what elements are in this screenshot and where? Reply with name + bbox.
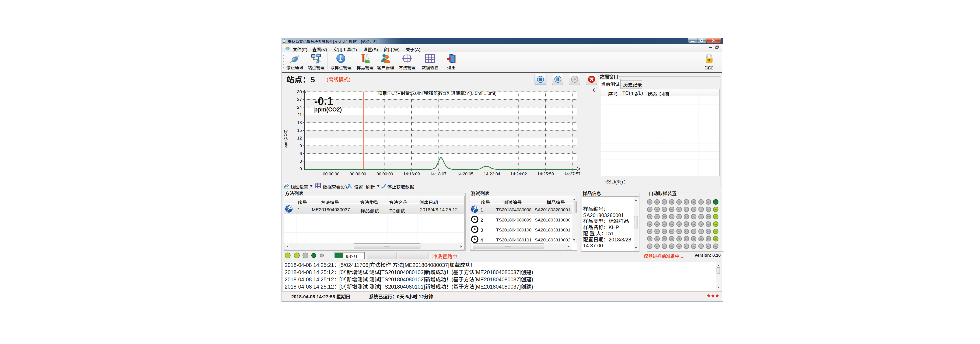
svg-text:0: 0 <box>299 166 302 171</box>
svg-text:C5: C5 <box>700 230 702 232</box>
svg-text:A1: A1 <box>714 201 717 203</box>
svg-text:I3: I3 <box>656 216 658 218</box>
svg-text:项目:TC 注射量:5.0ml 稀释倍数:1X 进酸氧:Y: 项目:TC 注射量:5.0ml 稀释倍数:1X 进酸氧:Y(0.0ml 1.0m… <box>378 91 496 96</box>
svg-text:J4: J4 <box>649 223 651 225</box>
svg-text:A2: A2 <box>714 208 717 210</box>
svg-text:F1: F1 <box>678 201 680 203</box>
svg-text:14:16:09: 14:16:09 <box>403 171 420 176</box>
svg-text:C3: C3 <box>700 216 702 218</box>
svg-text:14:24:02: 14:24:02 <box>511 171 527 176</box>
svg-text:18: 18 <box>297 120 302 125</box>
svg-text:I6: I6 <box>656 238 658 240</box>
svg-text:H4: H4 <box>663 223 666 225</box>
svg-text:H5: H5 <box>663 230 666 232</box>
svg-text:A5: A5 <box>714 230 717 232</box>
svg-text:D6: D6 <box>692 238 695 240</box>
svg-text:B4: B4 <box>707 223 710 225</box>
svg-text:G2: G2 <box>670 208 673 210</box>
svg-text:12: 12 <box>297 136 302 140</box>
svg-text:I4: I4 <box>656 223 658 225</box>
svg-text:I1: I1 <box>656 201 658 203</box>
svg-text:C1: C1 <box>700 201 702 203</box>
svg-text:14:25:59: 14:25:59 <box>537 171 554 176</box>
svg-text:A7: A7 <box>714 245 717 247</box>
svg-text:B3: B3 <box>707 216 710 218</box>
svg-text:F7: F7 <box>678 245 680 247</box>
svg-text:I5: I5 <box>656 230 658 232</box>
svg-text:14:27:57: 14:27:57 <box>564 171 581 176</box>
svg-text:00:00:00: 00:00:00 <box>350 171 366 176</box>
svg-text:C7: C7 <box>700 245 702 247</box>
svg-text:H2: H2 <box>663 208 666 210</box>
svg-text:15: 15 <box>297 128 302 133</box>
svg-text:B7: B7 <box>707 245 710 247</box>
svg-text:H6: H6 <box>663 238 666 240</box>
svg-text:ppm(CO2): ppm(CO2) <box>284 130 288 149</box>
svg-text:J1: J1 <box>649 201 651 203</box>
svg-text:J5: J5 <box>649 230 651 232</box>
svg-text:E5: E5 <box>685 230 688 232</box>
svg-text:J6: J6 <box>649 238 651 240</box>
svg-text:A6: A6 <box>714 238 717 240</box>
svg-text:F6: F6 <box>678 238 680 240</box>
svg-text:F4: F4 <box>678 223 680 225</box>
svg-text:A3: A3 <box>714 216 717 218</box>
svg-text:E1: E1 <box>685 201 687 203</box>
svg-text:G5: G5 <box>670 230 673 232</box>
svg-text:E2: E2 <box>685 208 687 210</box>
svg-text:H1: H1 <box>663 201 666 203</box>
svg-text:G3: G3 <box>670 216 673 218</box>
svg-text:D4: D4 <box>692 223 695 225</box>
svg-text:C2: C2 <box>700 208 702 210</box>
svg-text:00:00:00: 00:00:00 <box>377 171 393 176</box>
svg-text:21: 21 <box>297 112 302 117</box>
svg-text:F2: F2 <box>678 208 680 210</box>
svg-text:D3: D3 <box>692 216 695 218</box>
svg-text:D1: D1 <box>692 201 695 203</box>
svg-text:30: 30 <box>297 90 302 94</box>
svg-text:G4: G4 <box>670 223 673 225</box>
svg-text:14:22:04: 14:22:04 <box>484 171 500 176</box>
svg-text:E7: E7 <box>685 245 688 247</box>
svg-text:I7: I7 <box>656 245 658 247</box>
svg-text:F5: F5 <box>678 230 680 232</box>
svg-text:J2: J2 <box>649 208 651 210</box>
svg-text:14:18:07: 14:18:07 <box>430 171 447 176</box>
svg-text:H7: H7 <box>663 245 666 247</box>
svg-text:J3: J3 <box>649 216 651 218</box>
svg-text:27: 27 <box>297 97 302 102</box>
svg-text:J7: J7 <box>649 245 651 247</box>
svg-text:9: 9 <box>299 144 302 148</box>
svg-text:B6: B6 <box>707 238 710 240</box>
svg-text:D5: D5 <box>692 230 695 232</box>
svg-text:H3: H3 <box>663 216 666 218</box>
svg-text:C4: C4 <box>700 223 702 225</box>
svg-text:14:20:05: 14:20:05 <box>457 171 474 176</box>
svg-text:D2: D2 <box>692 208 695 210</box>
svg-text:-0.1: -0.1 <box>314 95 333 107</box>
svg-text:D7: D7 <box>692 245 695 247</box>
svg-text:00:00:00: 00:00:00 <box>323 171 339 176</box>
svg-text:B2: B2 <box>707 208 710 210</box>
svg-text:I2: I2 <box>656 208 658 210</box>
svg-text:24: 24 <box>297 105 302 110</box>
svg-text:B1: B1 <box>707 201 710 203</box>
svg-text:A4: A4 <box>714 223 717 225</box>
svg-text:E3: E3 <box>685 216 687 218</box>
svg-text:G7: G7 <box>670 245 673 247</box>
svg-text:ppm(CO2): ppm(CO2) <box>314 106 342 113</box>
svg-text:E6: E6 <box>685 238 687 240</box>
svg-text:C6: C6 <box>700 238 702 240</box>
svg-text:F3: F3 <box>678 216 680 218</box>
svg-text:G1: G1 <box>670 201 673 203</box>
svg-text:G6: G6 <box>670 238 673 240</box>
svg-text:6: 6 <box>299 151 302 156</box>
svg-text:B5: B5 <box>707 230 710 232</box>
svg-text:3: 3 <box>299 159 302 163</box>
svg-text:E4: E4 <box>685 223 687 225</box>
